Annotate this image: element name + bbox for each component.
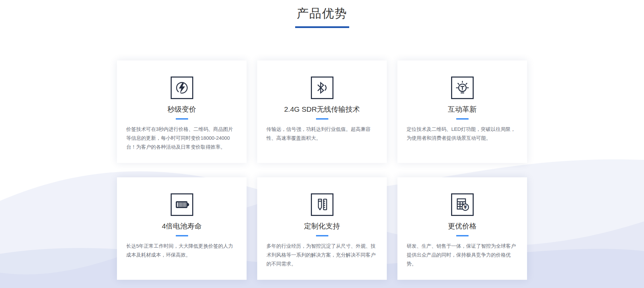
card-divider [316, 118, 328, 120]
card-divider [316, 235, 328, 236]
feature-card-customization: 定制化支持 多年的行业经历，为智控沉淀了从尺寸、外观、技术到风格等一系列的解决方… [257, 177, 387, 280]
card-title: 互动革新 [407, 104, 518, 114]
card-description: 多年的行业经历，为智控沉淀了从尺寸、外观、技术到风格等一系列的解决方案，充分解决… [266, 242, 378, 268]
page-title: 产品优势 [0, 5, 644, 21]
lightbulb-icon [451, 77, 474, 99]
feature-card-battery-life: 4倍电池寿命 长达5年正常工作时间，大大降低更换价签的人力成本及耗材成本，环保高… [117, 177, 247, 280]
bluetooth-icon [311, 77, 333, 99]
feature-card-better-price: ¥ 更优价格 研发、生产、销售于一体，保证了智控为全球客户提供出众产品的同时，保… [397, 177, 527, 280]
card-description: 价签技术可在3秒内进行价格、二维码、商品图片等信息的更新，每小时可同时变价180… [126, 125, 237, 151]
feature-cards-grid: 秒级变价 价签技术可在3秒内进行价格、二维码、商品图片等信息的更新，每小时可同时… [0, 60, 644, 280]
card-divider [456, 118, 469, 120]
feature-card-instant-price-change: 秒级变价 价签技术可在3秒内进行价格、二维码、商品图片等信息的更新，每小时可同时… [117, 60, 247, 163]
feature-card-wireless: 2.4G SDR无线传输技术 传输远，信号强，功耗达到行业低值。超高兼容性、高速… [257, 60, 387, 163]
section-header: 产品优势 [0, 0, 644, 28]
card-description: 定位技术及二维码、LED灯功能，突破以往局限，为使用者和消费者提供场景互动可能。 [407, 125, 518, 142]
calculator-yuan-icon: ¥ [451, 193, 474, 216]
card-title: 更优价格 [407, 221, 518, 231]
card-title: 2.4G SDR无线传输技术 [266, 104, 378, 114]
card-divider [176, 235, 188, 236]
card-description: 长达5年正常工作时间，大大降低更换价签的人力成本及耗材成本，环保高效。 [126, 242, 237, 259]
card-divider [176, 118, 188, 120]
card-description: 传输远，信号强，功耗达到行业低值。超高兼容性、高速率覆盖面积大。 [266, 125, 378, 142]
feature-card-interaction: 互动革新 定位技术及二维码、LED灯功能，突破以往局限，为使用者和消费者提供场景… [397, 60, 527, 163]
pencil-ruler-icon [311, 193, 333, 216]
card-description: 研发、生产、销售于一体，保证了智控为全球客户提供出众产品的同时，保持极具竞争力的… [407, 242, 518, 268]
card-title: 4倍电池寿命 [126, 221, 237, 231]
card-divider [456, 235, 469, 236]
card-title: 秒级变价 [126, 104, 237, 114]
flash-circle-icon [171, 77, 193, 99]
card-title: 定制化支持 [266, 221, 378, 231]
title-underline [295, 26, 349, 28]
battery-icon [171, 193, 193, 216]
svg-text:¥: ¥ [463, 204, 467, 210]
